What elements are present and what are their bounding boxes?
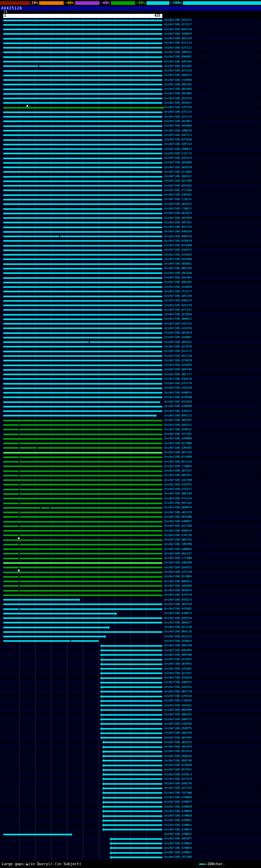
alignment-bar[interactable] — [3, 617, 162, 619]
hit-accession-label[interactable]: UniRef100_P72584 — [162, 189, 192, 192]
alignment-bar[interactable] — [3, 282, 162, 283]
alignment-bar[interactable] — [102, 677, 162, 679]
hit-accession-label[interactable]: UniRef100_A9SND8 — [162, 125, 192, 127]
alignment-bar[interactable] — [3, 581, 162, 582]
alignment-bar[interactable] — [3, 387, 162, 389]
hit-accession-label[interactable]: UniRef100_Q8YPB5 — [162, 737, 192, 739]
alignment-bar[interactable] — [3, 258, 162, 260]
hit-accession-label[interactable]: UniRef100_A0ZDY8 — [162, 166, 192, 169]
hit-accession-label[interactable]: UniRef100_B9P212 — [162, 414, 192, 417]
hit-accession-label[interactable]: UniRef100_Q9LD46 — [162, 272, 192, 275]
alignment-bar[interactable] — [3, 227, 162, 228]
alignment-bar[interactable] — [104, 778, 162, 780]
alignment-bar[interactable] — [3, 38, 162, 40]
alignment-bar[interactable] — [3, 222, 162, 223]
hit-accession-label[interactable]: UniRef100_A7WNU4 — [162, 847, 192, 850]
alignment-bar[interactable] — [3, 245, 162, 247]
hit-accession-label[interactable]: UniRef100_Q40093 — [162, 33, 192, 36]
alignment-bar[interactable] — [3, 516, 162, 518]
alignment-bar[interactable] — [3, 530, 162, 532]
alignment-bar[interactable] — [104, 815, 162, 817]
alignment-bar[interactable] — [3, 144, 162, 145]
alignment-bar[interactable] — [3, 24, 162, 26]
alignment-bar[interactable] — [3, 286, 162, 288]
hit-accession-label[interactable]: UniRef100_A9PJB5 — [162, 60, 192, 63]
hit-accession-label[interactable]: UniRef100_B5VY44 — [162, 226, 192, 229]
alignment-bar[interactable] — [3, 89, 162, 90]
alignment-bar[interactable] — [102, 723, 162, 725]
hit-accession-label[interactable]: UniRef100_D0C1Y7 — [162, 373, 192, 376]
alignment-bar[interactable] — [3, 521, 162, 523]
hit-accession-label[interactable]: UniRef100_Q6SFE5 — [162, 741, 192, 744]
alignment-bar[interactable] — [3, 33, 162, 35]
hit-accession-label[interactable]: UniRef100_A0Z4F6 — [162, 746, 192, 748]
alignment-bar[interactable] — [3, 498, 162, 499]
alignment-bar[interactable] — [3, 318, 162, 320]
alignment-bar[interactable] — [3, 567, 162, 568]
alignment-bar[interactable] — [104, 760, 162, 761]
hit-accession-label[interactable]: UniRef100_Q9NR22 — [162, 148, 192, 151]
hit-accession-label[interactable]: UniRef100_Q7V3Y9 — [162, 778, 192, 781]
hit-accession-label[interactable]: UniRef100_B0UDL5 — [162, 580, 192, 583]
hit-accession-label[interactable]: UniRef100_Q15QP2 — [162, 658, 192, 661]
alignment-bar[interactable] — [3, 553, 162, 554]
hit-accession-label[interactable]: UniRef100_A0YZD1 — [162, 221, 192, 224]
hit-accession-label[interactable]: UniRef100_Q3M381 — [162, 194, 192, 196]
alignment-bar[interactable] — [3, 369, 162, 371]
alignment-bar[interactable] — [102, 719, 162, 720]
alignment-bar[interactable] — [3, 309, 162, 311]
alignment-bar[interactable] — [3, 93, 162, 95]
hit-accession-label[interactable]: UniRef100_Q7XJ12 — [162, 47, 192, 49]
hit-accession-label[interactable]: UniRef100_K6BH16 — [162, 755, 192, 758]
alignment-bar[interactable] — [3, 176, 162, 178]
hit-accession-label[interactable]: UniRef100_Q0XU57 — [162, 175, 192, 178]
hit-accession-label[interactable]: UniRef100_A8C6P7 — [162, 837, 192, 840]
hit-accession-label[interactable]: UniRef100_A5EQ73 — [162, 599, 192, 601]
alignment-bar[interactable] — [3, 162, 162, 164]
hit-accession-label[interactable]: UniRef100_A8G421 — [162, 424, 192, 427]
hit-accession-label[interactable]: UniRef100_C6T5B6 — [162, 856, 192, 859]
alignment-bar[interactable] — [3, 424, 162, 426]
alignment-bar[interactable] — [3, 217, 162, 219]
hit-accession-label[interactable]: UniRef100_Q8YYU4 — [162, 451, 192, 454]
hit-accession-label[interactable]: UniRef100_B9KHM3 — [162, 649, 192, 652]
alignment-bar[interactable] — [111, 852, 162, 854]
alignment-bar[interactable] — [3, 383, 162, 385]
hit-accession-label[interactable]: UniRef100_A7PTG4 — [162, 106, 192, 109]
alignment-bar[interactable] — [3, 548, 162, 550]
hit-accession-label[interactable]: UniRef100_B7KKQ0 — [162, 396, 192, 399]
alignment-bar[interactable] — [3, 116, 162, 118]
hit-accession-label[interactable]: UniRef100_B5IQ19 — [162, 750, 192, 753]
alignment-bar[interactable] — [3, 189, 162, 191]
hit-accession-label[interactable]: UniRef100_A6FPZ6 — [162, 603, 192, 606]
alignment-bar[interactable] — [3, 56, 162, 58]
hit-accession-label[interactable]: UniRef100_Q0FYS5 — [162, 539, 192, 541]
alignment-bar[interactable] — [3, 158, 162, 159]
alignment-bar[interactable] — [102, 672, 162, 674]
alignment-bar[interactable] — [3, 240, 162, 242]
alignment-bar[interactable] — [3, 98, 162, 99]
hit-accession-label[interactable]: UniRef100_A3YZJ0 — [162, 571, 192, 574]
hit-accession-label[interactable]: UniRef100_A8YGY9 — [162, 511, 192, 514]
alignment-bar[interactable] — [102, 700, 162, 702]
hit-accession-label[interactable]: UniRef100_B9YHZ5 — [162, 185, 192, 187]
alignment-bar[interactable] — [3, 603, 162, 605]
alignment-bar[interactable] — [3, 254, 162, 256]
alignment-bar[interactable] — [3, 599, 78, 601]
hit-accession-label[interactable]: UniRef100_A7WNV0 — [162, 806, 192, 808]
hit-accession-label[interactable]: UniRef100_B9HDR7 — [162, 56, 192, 58]
alignment-bar[interactable] — [3, 327, 162, 329]
hit-accession-label[interactable]: UniRef100_B0C204 — [162, 267, 192, 270]
alignment-bar[interactable] — [3, 42, 162, 44]
hit-accession-label[interactable]: UniRef100_A3IKK4 — [162, 254, 192, 256]
hit-accession-label[interactable]: UniRef100_B1WTP5 — [162, 483, 192, 486]
alignment-bar[interactable] — [3, 613, 115, 614]
alignment-bar[interactable] — [3, 622, 162, 623]
alignment-bar[interactable] — [111, 843, 162, 844]
alignment-bar[interactable] — [104, 788, 162, 789]
alignment-bar[interactable] — [3, 332, 162, 334]
hit-accession-label[interactable]: UniRef100_Q8DJ05 — [162, 281, 192, 284]
alignment-bar[interactable] — [3, 231, 162, 233]
alignment-bar[interactable] — [104, 774, 162, 775]
hit-accession-label[interactable]: UniRef100_B2IYB6 — [162, 180, 192, 183]
